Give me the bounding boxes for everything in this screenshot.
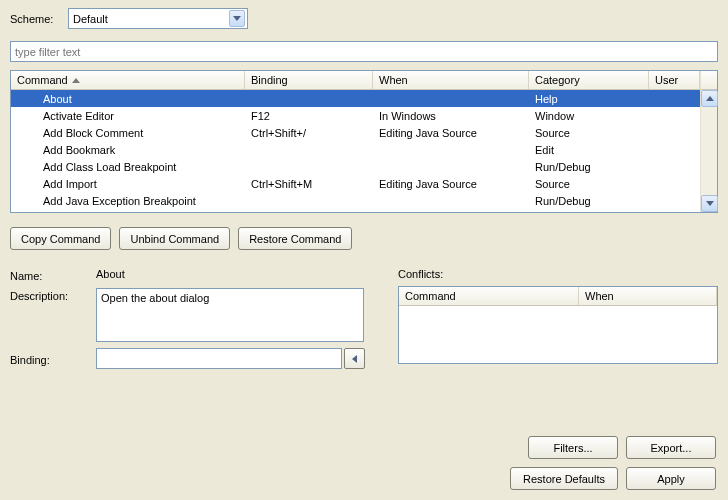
table-row[interactable]: Activate EditorF12In WindowsWindow (11, 107, 700, 124)
conflicts-col-command[interactable]: Command (399, 287, 579, 305)
col-when[interactable]: When (373, 71, 529, 89)
table-cell: Add Class Load Breakpoint (11, 161, 245, 173)
conflicts-table: Command When (398, 286, 718, 364)
col-binding[interactable]: Binding (245, 71, 373, 89)
table-row[interactable]: Add Java Exception BreakpointRun/Debug (11, 192, 700, 209)
table-cell: Ctrl+Shift+M (245, 178, 373, 190)
table-cell: F12 (245, 110, 373, 122)
name-value: About (96, 268, 125, 282)
binding-label: Binding: (10, 352, 96, 366)
scheme-label: Scheme: (10, 13, 68, 25)
scheme-select[interactable]: Default (68, 8, 248, 29)
conflicts-col-when[interactable]: When (579, 287, 717, 305)
table-cell: Add Block Comment (11, 127, 245, 139)
table-cell: About (11, 93, 245, 105)
commands-table: Command Binding When Category User About… (10, 70, 718, 213)
table-cell: Help (529, 93, 649, 105)
copy-command-button[interactable]: Copy Command (10, 227, 111, 250)
table-cell: In Windows (373, 110, 529, 122)
description-label: Description: (10, 288, 96, 342)
table-row[interactable]: Add Block CommentCtrl+Shift+/Editing Jav… (11, 124, 700, 141)
filters-button[interactable]: Filters... (528, 436, 618, 459)
table-cell: Source (529, 127, 649, 139)
table-cell: Run/Debug (529, 161, 649, 173)
table-row[interactable]: AboutHelp (11, 90, 700, 107)
unbind-command-button[interactable]: Unbind Command (119, 227, 230, 250)
table-scrollbar[interactable] (700, 71, 717, 212)
table-row[interactable]: Add ImportCtrl+Shift+MEditing Java Sourc… (11, 175, 700, 192)
table-cell: Source (529, 178, 649, 190)
conflicts-label: Conflicts: (398, 268, 718, 280)
table-row[interactable]: Add Class Load BreakpointRun/Debug (11, 158, 700, 175)
table-cell: Ctrl+Shift+/ (245, 127, 373, 139)
name-label: Name: (10, 268, 96, 282)
table-cell: Add Import (11, 178, 245, 190)
scroll-up-icon[interactable] (701, 90, 718, 107)
table-cell: Window (529, 110, 649, 122)
scheme-value: Default (73, 13, 108, 25)
chevron-down-icon (229, 10, 245, 27)
col-command[interactable]: Command (11, 71, 245, 89)
filter-input[interactable] (10, 41, 718, 62)
table-row[interactable]: Add BookmarkEdit (11, 141, 700, 158)
scroll-down-icon[interactable] (701, 195, 718, 212)
table-cell: Editing Java Source (373, 127, 529, 139)
restore-defaults-button[interactable]: Restore Defaults (510, 467, 618, 490)
restore-command-button[interactable]: Restore Command (238, 227, 352, 250)
chevron-left-icon (352, 355, 357, 363)
table-cell: Add Java Exception Breakpoint (11, 195, 245, 207)
export-button[interactable]: Export... (626, 436, 716, 459)
table-cell: Add Bookmark (11, 144, 245, 156)
table-cell: Run/Debug (529, 195, 649, 207)
binding-input[interactable] (96, 348, 342, 369)
binding-history-button[interactable] (344, 348, 365, 369)
sort-asc-icon (72, 78, 80, 83)
col-category[interactable]: Category (529, 71, 649, 89)
table-cell: Activate Editor (11, 110, 245, 122)
col-user[interactable]: User (649, 71, 700, 89)
table-header: Command Binding When Category User (11, 71, 700, 90)
description-textarea[interactable] (96, 288, 364, 342)
table-cell: Editing Java Source (373, 178, 529, 190)
table-cell: Edit (529, 144, 649, 156)
apply-button[interactable]: Apply (626, 467, 716, 490)
